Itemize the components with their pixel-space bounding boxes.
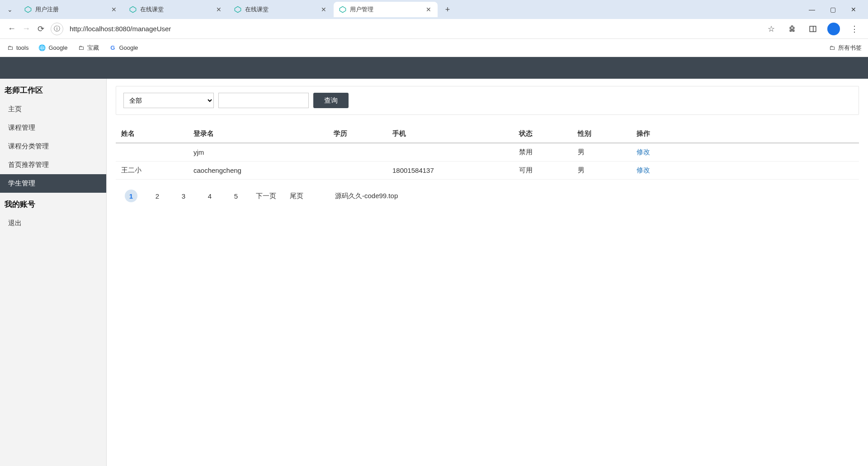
tab-list-dropdown[interactable]: ⌄ bbox=[4, 3, 16, 16]
sidebar-item-course[interactable]: 课程管理 bbox=[0, 119, 106, 137]
bookmark-bar: 🗀 tools 🌐 Google 🗀 宝藏 G Google 🗀 所有书签 bbox=[0, 39, 868, 57]
address-bar: ← → ⟳ ⓘ http://localhost:8080/manageUser… bbox=[0, 19, 868, 39]
edit-link[interactable]: 修改 bbox=[637, 148, 650, 156]
cell-name: 王二小 bbox=[116, 162, 188, 180]
filter-panel: 全部 查询 bbox=[116, 86, 859, 115]
sidebar-item-home[interactable]: 主页 bbox=[0, 100, 106, 119]
minimize-icon[interactable]: ― bbox=[806, 3, 818, 16]
svg-marker-2 bbox=[235, 6, 241, 12]
tab-title: 在线课堂 bbox=[245, 5, 316, 14]
browser-tab-active[interactable]: 用户管理 ✕ bbox=[334, 2, 438, 17]
sidebar-item-student[interactable]: 学生管理 bbox=[0, 174, 106, 193]
folder-icon: 🗀 bbox=[828, 44, 835, 52]
tab-favicon-icon bbox=[24, 6, 32, 13]
forward-button[interactable]: → bbox=[19, 22, 33, 36]
page-5[interactable]: 5 bbox=[230, 190, 242, 202]
cell-name bbox=[116, 143, 188, 162]
tab-favicon-icon bbox=[129, 6, 137, 13]
tab-title: 用户管理 bbox=[350, 5, 421, 14]
table-header-row: 姓名 登录名 学历 手机 状态 性别 操作 bbox=[116, 125, 859, 143]
cell-edu bbox=[328, 162, 387, 180]
user-table: 姓名 登录名 学历 手机 状态 性别 操作 yjm 禁用 男 修改 bbox=[116, 125, 859, 180]
cell-gender: 男 bbox=[572, 143, 631, 162]
app-topbar bbox=[0, 57, 868, 79]
col-login: 登录名 bbox=[188, 125, 328, 143]
new-tab-button[interactable]: + bbox=[441, 3, 454, 16]
table-row: yjm 禁用 男 修改 bbox=[116, 143, 859, 162]
all-bookmarks[interactable]: 🗀 所有书签 bbox=[828, 44, 862, 52]
page-3[interactable]: 3 bbox=[177, 190, 190, 202]
cell-status: 可用 bbox=[514, 162, 572, 180]
page-last[interactable]: 尾页 bbox=[290, 192, 303, 200]
sidebar-item-recommend[interactable]: 首页推荐管理 bbox=[0, 156, 106, 174]
reload-button[interactable]: ⟳ bbox=[33, 22, 48, 36]
back-button[interactable]: ← bbox=[5, 22, 19, 36]
close-icon[interactable]: ✕ bbox=[215, 6, 222, 13]
folder-icon: 🗀 bbox=[77, 44, 85, 52]
cell-status: 禁用 bbox=[514, 143, 572, 162]
sidebar: 老师工作区 主页 课程管理 课程分类管理 首页推荐管理 学生管理 我的账号 退出 bbox=[0, 79, 107, 466]
menu-icon[interactable]: ⋮ bbox=[848, 23, 861, 35]
bookmark-label: Google bbox=[48, 44, 67, 51]
extensions-icon[interactable] bbox=[786, 23, 798, 35]
cell-phone: 18001584137 bbox=[387, 162, 514, 180]
tab-title: 用户注册 bbox=[35, 5, 107, 14]
page-4[interactable]: 4 bbox=[203, 190, 216, 202]
sidebar-item-category[interactable]: 课程分类管理 bbox=[0, 137, 106, 156]
svg-marker-3 bbox=[340, 6, 345, 12]
filter-select[interactable]: 全部 bbox=[123, 93, 214, 108]
bookmark-google-2[interactable]: G Google bbox=[109, 44, 138, 52]
cell-gender: 男 bbox=[572, 162, 631, 180]
table-row: 王二小 caochengcheng 18001584137 可用 男 修改 bbox=[116, 162, 859, 180]
tab-favicon-icon bbox=[234, 6, 241, 13]
cell-phone bbox=[387, 143, 514, 162]
maximize-icon[interactable]: ▢ bbox=[826, 3, 839, 16]
col-gender: 性别 bbox=[572, 125, 631, 143]
svg-marker-1 bbox=[130, 6, 136, 12]
sidebar-item-logout[interactable]: 退出 bbox=[0, 214, 106, 233]
cell-login: caochengcheng bbox=[188, 162, 328, 180]
profile-avatar[interactable] bbox=[827, 23, 840, 35]
close-icon[interactable]: ✕ bbox=[425, 6, 432, 13]
sidebar-section-account: 我的账号 bbox=[0, 193, 106, 214]
page-next[interactable]: 下一页 bbox=[256, 192, 276, 200]
folder-icon: 🗀 bbox=[6, 44, 14, 52]
footer-note: 源码久久-code99.top bbox=[335, 192, 398, 200]
bookmark-baozang[interactable]: 🗀 宝藏 bbox=[77, 44, 99, 52]
bookmark-label: tools bbox=[16, 44, 28, 51]
browser-tab[interactable]: 在线课堂 ✕ bbox=[229, 2, 333, 17]
close-icon[interactable]: ✕ bbox=[320, 6, 327, 13]
col-status: 状态 bbox=[514, 125, 572, 143]
page-2[interactable]: 2 bbox=[151, 190, 164, 202]
browser-tab-strip: ⌄ 用户注册 ✕ 在线课堂 ✕ 在线课堂 ✕ 用户管理 ✕ + ― ▢ ✕ bbox=[0, 0, 868, 19]
col-phone: 手机 bbox=[387, 125, 514, 143]
close-window-icon[interactable]: ✕ bbox=[847, 3, 860, 16]
sidebar-section-teacher: 老师工作区 bbox=[0, 79, 106, 100]
page-1[interactable]: 1 bbox=[125, 190, 137, 202]
site-info-icon[interactable]: ⓘ bbox=[51, 23, 63, 35]
bookmark-label: Google bbox=[119, 44, 138, 51]
edit-link[interactable]: 修改 bbox=[637, 166, 650, 174]
bookmark-label: 宝藏 bbox=[87, 44, 99, 52]
browser-tab[interactable]: 用户注册 ✕ bbox=[19, 2, 123, 17]
main-layout: code51.cncode51.cncode51.cncode51.cncode… bbox=[0, 79, 868, 466]
tab-favicon-icon bbox=[339, 6, 346, 13]
search-button[interactable]: 查询 bbox=[313, 93, 349, 108]
filter-input[interactable] bbox=[218, 93, 309, 108]
side-panel-icon[interactable] bbox=[807, 23, 819, 35]
col-edu: 学历 bbox=[328, 125, 387, 143]
google-g-icon: G bbox=[109, 44, 116, 52]
bookmark-google-1[interactable]: 🌐 Google bbox=[38, 44, 67, 52]
cell-edu bbox=[328, 143, 387, 162]
svg-marker-0 bbox=[25, 6, 31, 12]
close-icon[interactable]: ✕ bbox=[110, 6, 118, 13]
browser-tab[interactable]: 在线课堂 ✕ bbox=[124, 2, 228, 17]
pagination: 1 2 3 4 5 下一页 尾页 源码久久-code99.top bbox=[116, 190, 859, 202]
bookmark-tools[interactable]: 🗀 tools bbox=[6, 44, 28, 52]
tab-title: 在线课堂 bbox=[140, 5, 212, 14]
url-text[interactable]: http://localhost:8080/manageUser bbox=[70, 25, 171, 33]
col-name: 姓名 bbox=[116, 125, 188, 143]
window-controls: ― ▢ ✕ bbox=[806, 3, 864, 16]
star-icon[interactable]: ☆ bbox=[765, 23, 778, 35]
globe-icon: 🌐 bbox=[38, 44, 46, 52]
